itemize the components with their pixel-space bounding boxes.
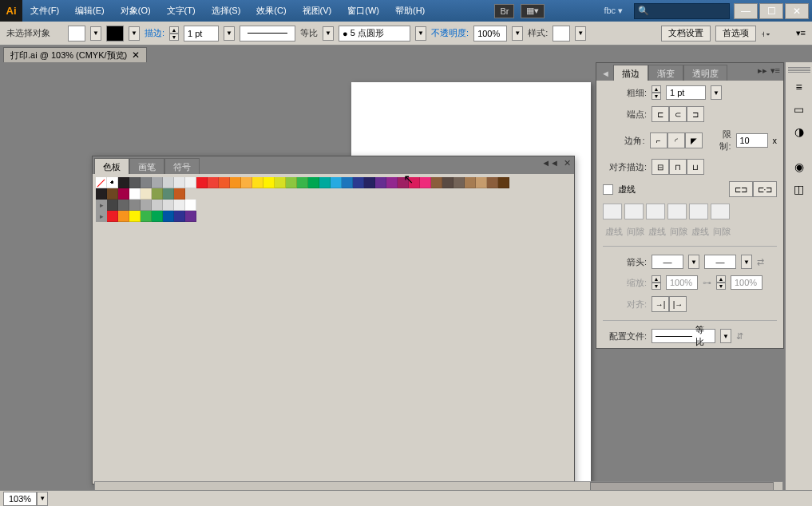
swatch[interactable]: [364, 177, 375, 188]
tab-gradient[interactable]: 渐变: [648, 65, 683, 81]
zoom-field[interactable]: 103%: [3, 492, 37, 506]
menu-select[interactable]: 选择(S): [204, 0, 249, 22]
search-input[interactable]: 🔍: [634, 3, 730, 19]
swatch[interactable]: [353, 177, 364, 188]
style-swatch[interactable]: [553, 26, 570, 42]
swatches-panel[interactable]: 色板 画笔 符号 ◄◄✕ ▸▸: [92, 156, 575, 484]
opacity-label[interactable]: 不透明度:: [431, 27, 469, 39]
zoom-dropdown[interactable]: ▼: [37, 492, 48, 506]
swatch[interactable]: [163, 188, 174, 200]
stroke-label[interactable]: 描边:: [145, 27, 164, 39]
arrow-end-field[interactable]: —: [704, 255, 736, 269]
dash-align-button[interactable]: ⊏∙⊐: [753, 181, 777, 197]
uniform-dropdown[interactable]: ▼: [323, 26, 334, 41]
swatch[interactable]: [185, 200, 196, 211]
dock-item-3[interactable]: ◑: [789, 123, 810, 140]
stroke-swatch[interactable]: [106, 26, 124, 42]
dock-item-4[interactable]: ◉: [789, 158, 810, 176]
arrow-align-end-button[interactable]: |→: [669, 296, 687, 312]
dock-grip[interactable]: [788, 67, 810, 73]
swatch[interactable]: [141, 177, 152, 188]
swatch[interactable]: [185, 177, 196, 188]
fill-dropdown[interactable]: ▼: [90, 26, 101, 41]
brush-field[interactable]: ● 5 点圆形: [339, 26, 410, 42]
swatch[interactable]: [498, 177, 509, 188]
swatch[interactable]: [487, 177, 498, 188]
tab-swatches[interactable]: 色板: [94, 158, 129, 174]
menu-help[interactable]: 帮助(H): [387, 0, 433, 22]
swatch[interactable]: [319, 177, 331, 188]
dash-field-2[interactable]: [646, 204, 665, 219]
stroke-weight-dropdown[interactable]: ▼: [224, 26, 235, 41]
swatch[interactable]: [476, 177, 487, 188]
tab-stroke[interactable]: 描边: [613, 65, 648, 81]
weight-field[interactable]: 1 pt: [666, 85, 706, 100]
align-inside-button[interactable]: ⊓: [669, 159, 687, 175]
menu-view[interactable]: 视图(V): [295, 0, 340, 22]
swatch[interactable]: [420, 177, 431, 188]
swatch[interactable]: [454, 177, 465, 188]
swatch[interactable]: [141, 211, 152, 222]
stroke-weight-field[interactable]: 1 pt: [184, 26, 219, 42]
swatch-none[interactable]: [96, 177, 107, 188]
swatch[interactable]: [107, 211, 118, 222]
close-button[interactable]: ✕: [785, 3, 809, 19]
scale-start-field[interactable]: 100%: [666, 275, 698, 290]
swatch[interactable]: [230, 177, 241, 188]
arrow-start-dropdown[interactable]: ▼: [688, 255, 699, 269]
panel-collapse-icon[interactable]: ◄◄: [541, 158, 559, 168]
flip-profile-icon[interactable]: ⇵: [736, 331, 743, 342]
panel-collapse-arrows-icon[interactable]: ▸▸: [758, 65, 767, 76]
swatch[interactable]: [465, 177, 476, 188]
menu-type[interactable]: 文字(T): [159, 0, 204, 22]
profile-field-panel[interactable]: 等比: [652, 329, 715, 343]
swatch[interactable]: [118, 200, 129, 211]
swatch[interactable]: [375, 177, 386, 188]
cap-projecting-button[interactable]: ⊐: [687, 106, 704, 122]
swatch[interactable]: [342, 177, 353, 188]
tab-symbols[interactable]: 符号: [164, 158, 200, 174]
swatch[interactable]: [174, 211, 185, 222]
swatch[interactable]: [129, 200, 141, 211]
menu-window[interactable]: 窗口(W): [339, 0, 387, 22]
swatch[interactable]: [129, 211, 141, 222]
swatch[interactable]: [297, 177, 308, 188]
swatch[interactable]: [107, 188, 118, 200]
align-button[interactable]: ⫞▾: [761, 29, 770, 38]
arrow-align-tip-button[interactable]: →|: [652, 296, 669, 312]
gap-field-2[interactable]: [667, 204, 687, 219]
swatch[interactable]: [208, 177, 219, 188]
swatch[interactable]: [163, 211, 174, 222]
scale-end-stepper[interactable]: ▲▼: [716, 275, 726, 290]
dock-item-2[interactable]: ▭: [789, 101, 810, 118]
panel-menu-icon[interactable]: ▾≡: [770, 65, 780, 76]
join-bevel-button[interactable]: ◤: [685, 132, 703, 148]
link-scale-icon[interactable]: ⊶: [703, 278, 711, 288]
cap-butt-button[interactable]: ⊏: [652, 106, 669, 122]
swatch[interactable]: [431, 177, 442, 188]
swatch[interactable]: [308, 177, 319, 188]
dock-item-1[interactable]: ≡: [789, 78, 810, 96]
arrow-start-field[interactable]: —: [652, 255, 683, 269]
menu-effect[interactable]: 效果(C): [248, 0, 294, 22]
swatch[interactable]: [263, 177, 275, 188]
menu-object[interactable]: 对象(O): [113, 0, 159, 22]
style-dropdown[interactable]: ▼: [575, 26, 586, 41]
swatch[interactable]: [331, 177, 342, 188]
arrange-docs-button[interactable]: ▦▾: [521, 4, 545, 18]
swatch[interactable]: [107, 200, 118, 211]
swatch[interactable]: [152, 211, 163, 222]
cap-round-button[interactable]: ⊂: [669, 106, 687, 122]
stroke-stepper[interactable]: ▲▼: [169, 26, 179, 41]
align-outside-button[interactable]: ⊔: [687, 159, 704, 175]
stroke-dropdown[interactable]: ▼: [129, 26, 140, 41]
opacity-dropdown[interactable]: ▼: [512, 26, 523, 41]
dashed-checkbox[interactable]: [603, 184, 613, 195]
profile-field[interactable]: [240, 26, 295, 42]
dock-item-5[interactable]: ◫: [789, 180, 810, 198]
bridge-button[interactable]: Br: [494, 4, 514, 18]
swatch[interactable]: [152, 200, 163, 211]
dash-field-3[interactable]: [689, 204, 708, 219]
dash-field-1[interactable]: [603, 204, 622, 219]
gap-field-3[interactable]: [711, 204, 730, 219]
